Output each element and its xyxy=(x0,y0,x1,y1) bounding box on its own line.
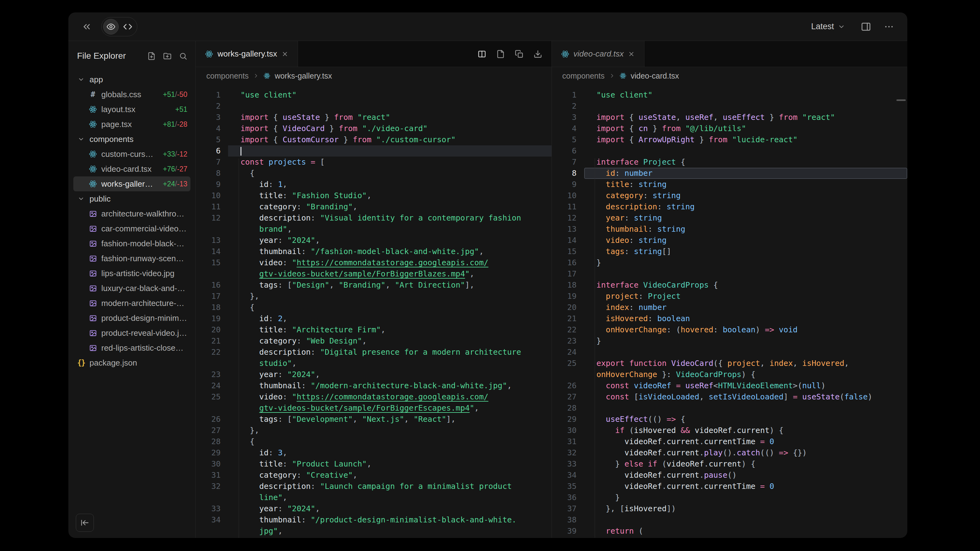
layout-panel-button[interactable] xyxy=(861,21,871,32)
tree-file-product-design-minim-[interactable]: product-design-minim… xyxy=(73,311,191,326)
tree-folder-public[interactable]: public xyxy=(73,191,191,206)
code-line[interactable]: 23 year: "2024", xyxy=(196,369,552,380)
code-line[interactable]: 17 }, xyxy=(196,291,552,302)
code-line[interactable]: 18 { xyxy=(196,302,552,313)
download-button[interactable] xyxy=(533,50,542,59)
code-line[interactable]: gtv-videos-bucket/sample/ForBiggerEscape… xyxy=(196,403,552,414)
tree-file-custom-curs-[interactable]: custom-curs…+33/-12 xyxy=(73,147,191,162)
tree-file-red-lips-artistic-close-[interactable]: red-lips-artistic-close… xyxy=(73,340,191,355)
tree-file-page.tsx[interactable]: page.tsx+81/-28 xyxy=(73,117,191,132)
code-line[interactable]: 20 title: "Architecture Firm", xyxy=(196,324,552,335)
code-line[interactable]: 34 thumbnail: "/product-design-minimalis… xyxy=(196,514,552,526)
split-editor-button[interactable] xyxy=(477,50,486,59)
breadcrumb-folder[interactable]: components xyxy=(206,71,248,81)
tree-file-package.json[interactable]: {}package.json xyxy=(73,355,191,370)
code-line[interactable]: 13 thumbnail: string xyxy=(552,224,908,235)
code-line[interactable]: 31 videoRef.current.currentTime = 0 xyxy=(552,436,908,447)
code-line[interactable]: 9 title: string xyxy=(552,179,908,190)
code-line[interactable]: 37 }, [isHovered]) xyxy=(552,503,908,514)
code-line[interactable]: 27 const [isVideoLoaded, setIsVideoLoade… xyxy=(552,391,908,403)
tree-file-fashion-model-black-[interactable]: fashion-model-black-… xyxy=(73,236,191,251)
code-line[interactable]: 2 xyxy=(196,101,552,112)
code-line[interactable]: 12 description: "Visual identity for a c… xyxy=(196,213,552,224)
tree-folder-app[interactable]: app xyxy=(73,72,191,87)
close-tab-icon[interactable] xyxy=(282,51,288,57)
code-line[interactable]: 10 title: "Fashion Studio", xyxy=(196,190,552,201)
tree-file-globals.css[interactable]: #globals.css+51/-50 xyxy=(73,87,191,102)
tree-file-modern-architecture-[interactable]: modern-architecture-… xyxy=(73,296,191,311)
tab-video-card[interactable]: video-card.tsx xyxy=(552,41,645,67)
code-line[interactable]: 4import { VideoCard } from "./video-card… xyxy=(196,123,552,134)
code-line[interactable]: 3import { useState } from "react" xyxy=(196,112,552,123)
preview-mode-button[interactable] xyxy=(103,19,119,35)
scrollbar-marker[interactable] xyxy=(896,99,906,101)
code-line[interactable]: 26 tags: ["Development", "Next.js", "Rea… xyxy=(196,414,552,425)
code-line[interactable]: 32 videoRef.current.play().catch(() => {… xyxy=(552,447,908,459)
code-line[interactable]: 33 year: "2024", xyxy=(196,503,552,514)
code-mode-button[interactable] xyxy=(120,19,135,35)
tree-file-product-reveal-video.j-[interactable]: product-reveal-video.j… xyxy=(73,326,191,340)
code-line[interactable]: 8 { xyxy=(196,168,552,179)
search-files-button[interactable] xyxy=(179,52,187,60)
code-line[interactable]: 6 xyxy=(196,145,552,157)
code-line[interactable]: brand", xyxy=(196,224,552,235)
code-line[interactable]: 31 category: "Creative", xyxy=(196,470,552,481)
code-line[interactable]: 35 videoRef.current.currentTime = 0 xyxy=(552,481,908,492)
open-file-button[interactable] xyxy=(496,50,505,59)
tree-file-architecture-walkthro-[interactable]: architecture-walkthro… xyxy=(73,206,191,221)
breadcrumb-file[interactable]: video-card.tsx xyxy=(631,71,679,81)
code-line[interactable]: 22 onHoverChange: (hovered: boolean) => … xyxy=(552,324,908,335)
code-line[interactable]: 25export function VideoCard({ project, i… xyxy=(552,358,908,369)
code-line[interactable]: 29 useEffect(() => { xyxy=(552,414,908,425)
code-line[interactable]: studio", xyxy=(196,358,552,369)
code-line[interactable]: 5import { CustomCursor } from "./custom-… xyxy=(196,134,552,145)
code-line[interactable]: 30 title: "Product Launch", xyxy=(196,459,552,470)
code-line[interactable]: 11 description: string xyxy=(552,201,908,213)
code-line[interactable]: 38 xyxy=(552,514,908,526)
code-line[interactable]: 12 year: string xyxy=(552,213,908,224)
close-tab-icon[interactable] xyxy=(628,51,635,57)
code-line[interactable]: 25 video: "https://commondatastorage.goo… xyxy=(196,391,552,403)
code-editor-works-gallery[interactable]: 1"use client"23import { useState } from … xyxy=(196,84,552,538)
collapse-panel-button[interactable] xyxy=(76,514,94,532)
code-line[interactable]: 23} xyxy=(552,335,908,347)
code-line[interactable]: onHoverChange }: VideoCardProps) { xyxy=(552,369,908,380)
new-folder-button[interactable] xyxy=(163,52,172,60)
code-line[interactable]: 2 xyxy=(552,101,908,112)
code-line[interactable]: 6 xyxy=(552,145,908,157)
code-line[interactable]: 22 description: "Digital presence for a … xyxy=(196,347,552,358)
code-line[interactable]: 21 category: "Web Design", xyxy=(196,335,552,347)
code-editor-video-card[interactable]: 1"use client"23import { useState, useRef… xyxy=(552,84,908,538)
code-line[interactable]: 1"use client" xyxy=(552,89,908,101)
tree-file-luxury-car-black-and-[interactable]: luxury-car-black-and-… xyxy=(73,281,191,296)
code-line[interactable]: 20 index: number xyxy=(552,302,908,313)
code-line[interactable]: 27 }, xyxy=(196,425,552,436)
code-line[interactable]: 19 project: Project xyxy=(552,291,908,302)
code-line[interactable]: 16 tags: ["Design", "Branding", "Art Dir… xyxy=(196,279,552,291)
breadcrumb-file[interactable]: works-gallery.tsx xyxy=(275,71,332,81)
tree-folder-components[interactable]: components xyxy=(73,132,191,147)
tree-file-car-commercial-video-[interactable]: car-commercial-video… xyxy=(73,221,191,236)
code-line[interactable]: 26 const videoRef = useRef<HTMLVideoElem… xyxy=(552,380,908,391)
code-line[interactable]: 15 tags: string[] xyxy=(552,246,908,257)
code-line[interactable]: 36 } xyxy=(552,492,908,503)
code-line[interactable]: 14 video: string xyxy=(552,235,908,246)
code-line[interactable]: 24 xyxy=(552,347,908,358)
code-line[interactable]: 10 category: string xyxy=(552,190,908,201)
code-line[interactable]: 1"use client" xyxy=(196,89,552,101)
code-line[interactable]: 9 id: 1, xyxy=(196,179,552,190)
new-file-button[interactable] xyxy=(147,52,156,60)
code-line[interactable]: 28 { xyxy=(196,436,552,447)
code-line[interactable]: 3import { useState, useRef, useEffect } … xyxy=(552,112,908,123)
code-line[interactable]: 8 id: number xyxy=(552,168,908,179)
code-line[interactable]: 32 description: "Launch campaign for a m… xyxy=(196,481,552,492)
code-line[interactable]: 17 xyxy=(552,268,908,279)
code-line[interactable]: 13 year: "2024", xyxy=(196,235,552,246)
code-line[interactable]: 14 thumbnail: "/fashion-model-black-and-… xyxy=(196,246,552,257)
code-line[interactable]: 18interface VideoCardProps { xyxy=(552,279,908,291)
code-line[interactable]: 11 category: "Branding", xyxy=(196,201,552,213)
code-line[interactable]: line", xyxy=(196,492,552,503)
tree-file-video-card.tsx[interactable]: video-card.tsx+76/-27 xyxy=(73,162,191,176)
code-line[interactable]: 28 xyxy=(552,403,908,414)
code-line[interactable]: 4import { cn } from "@/lib/utils" xyxy=(552,123,908,134)
